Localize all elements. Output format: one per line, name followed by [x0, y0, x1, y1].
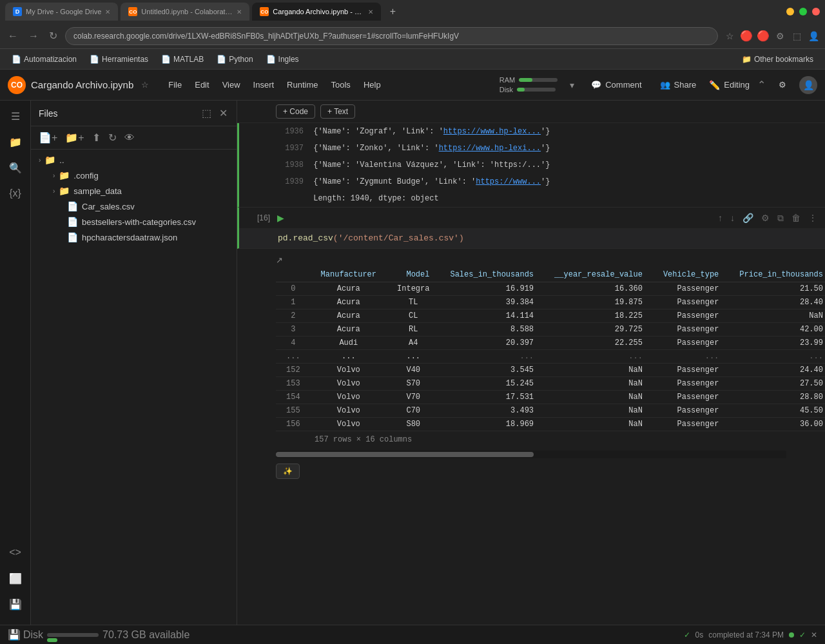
tab-cargando-close[interactable]: ✕	[368, 8, 373, 15]
new-tab-button[interactable]: +	[383, 3, 402, 21]
delete-cell-icon[interactable]: 🗑	[789, 211, 803, 225]
colab-menu: File Edit View Insert Runtime Tools Help	[162, 77, 387, 92]
horizontal-scrollbar[interactable]	[276, 451, 786, 458]
move-up-icon[interactable]: ↑	[715, 211, 725, 225]
settings-cell-icon[interactable]: ⚙	[759, 211, 772, 225]
bookmark-ingles[interactable]: 📄 Ingles	[261, 54, 304, 65]
notebook-area[interactable]: + Code + Text 1936 {'Name': 'Zograf', 'L…	[237, 101, 825, 625]
share-button[interactable]: 👥 Share	[655, 77, 702, 92]
bookmark-matlab[interactable]: 📄 MATLAB	[156, 54, 209, 65]
file-item-sample[interactable]: › 📁 sample_data	[31, 183, 237, 199]
check-icon: ✓	[684, 630, 690, 639]
data-table: Manufacturer Model Sales_in_thousands __…	[276, 268, 825, 431]
forward-button[interactable]: →	[26, 28, 41, 44]
run-cell-button[interactable]: ▶	[273, 210, 288, 226]
cell-output-table: ↗ Manufacturer Model Sales_in_thousands …	[237, 249, 825, 448]
menu-file[interactable]: File	[162, 77, 188, 92]
copy-cell-icon[interactable]: ⧉	[775, 211, 786, 225]
tab-untitled[interactable]: CO Untitled0.ipynb - Colaboratory ✕	[121, 3, 249, 21]
minimize-button[interactable]	[786, 8, 794, 15]
files-icon[interactable]: 📁	[5, 132, 26, 152]
link-zograf[interactable]: https://www.hp-lex...	[443, 127, 541, 136]
status-bar: 💾 Disk 70.73 GB available ✓ 0s completed…	[0, 625, 825, 644]
menu-insert[interactable]: Insert	[247, 77, 281, 92]
tab-drive-close[interactable]: ✕	[105, 8, 110, 15]
new-folder-icon[interactable]: 📁+	[63, 129, 86, 146]
refresh-icon[interactable]: ↻	[106, 129, 119, 146]
menu-tools[interactable]: Tools	[325, 77, 357, 92]
ai-tool-button[interactable]: ✨	[276, 463, 300, 479]
notebook-title[interactable]: Cargando Archivo.ipynb	[31, 79, 133, 90]
tab-cargando[interactable]: CO Cargando Archivo.ipynb - Colab... ✕	[252, 3, 381, 21]
settings-button[interactable]: ⚙	[773, 77, 791, 92]
tab-drive[interactable]: D My Drive - Google Drive ✕	[5, 3, 118, 21]
bookmarks-bar: 📄 Automatizacion 📄 Herramientas 📄 MATLAB…	[0, 49, 825, 70]
bookmark-python[interactable]: 📄 Python	[211, 54, 258, 65]
share-icon: 👥	[660, 80, 670, 90]
expand-icon[interactable]: ⌃	[757, 79, 766, 91]
table-toolbar: ↗	[276, 254, 825, 268]
status-close-button[interactable]: ✕	[811, 630, 817, 639]
link-zonko[interactable]: https://www.hp-lexi...	[439, 144, 541, 153]
table-scroll-container[interactable]: Manufacturer Model Sales_in_thousands __…	[276, 268, 825, 431]
url-input[interactable]	[65, 27, 718, 45]
browser-toolbar: ☆ 🔴 🔴 ⚙ ⬚ 👤	[723, 30, 820, 43]
terminal-icon[interactable]: ⬜	[5, 568, 26, 589]
extension-icon-1[interactable]: 🔴	[740, 30, 753, 43]
user-avatar[interactable]: 👤	[799, 76, 817, 94]
col-sales: Sales_in_thousands	[440, 268, 544, 282]
expand-left-icon[interactable]: <>	[5, 542, 26, 563]
bookmark-automatizacion[interactable]: 📄 Automatizacion	[6, 54, 82, 65]
menu-edit[interactable]: Edit	[188, 77, 215, 92]
bookmark-herramientas[interactable]: 📄 Herramientas	[84, 54, 153, 65]
comment-button[interactable]: 💬 Comment	[586, 77, 646, 92]
menu-view[interactable]: View	[216, 77, 247, 92]
profile-icon[interactable]: 👤	[807, 30, 820, 43]
sidebar-close-icon[interactable]: ✕	[218, 106, 229, 121]
editing-pencil-icon: ✏️	[709, 80, 720, 90]
star-icon[interactable]: ☆	[141, 80, 149, 90]
link-cell-icon[interactable]: 🔗	[740, 211, 756, 225]
close-window-button[interactable]	[812, 8, 820, 15]
file-item-bestsellers[interactable]: 📄 bestsellers-with-categories.csv	[31, 214, 237, 229]
folder-icon: 📁	[59, 186, 70, 196]
upload-icon[interactable]: ⬆	[90, 129, 103, 146]
add-text-button[interactable]: + Text	[320, 104, 355, 119]
table-header-row: Manufacturer Model Sales_in_thousands __…	[276, 268, 825, 282]
cell-code[interactable]: pd.read_csv('/content/Car_sales.csv')	[239, 228, 825, 248]
tab-untitled-close[interactable]: ✕	[237, 8, 242, 15]
menu-runtime[interactable]: Runtime	[280, 77, 324, 92]
new-file-icon[interactable]: 📄+	[36, 129, 60, 146]
disk-row: Disk	[500, 86, 558, 93]
file-icon: 📄	[67, 201, 78, 211]
variables-icon[interactable]: {x}	[5, 183, 26, 204]
file-item-config[interactable]: › 📁 .config	[31, 168, 237, 183]
file-item-json[interactable]: 📄 hpcharactersdaatraw.json	[31, 229, 237, 245]
search-icon[interactable]: 🔍	[5, 157, 26, 178]
file-item-carsales[interactable]: 📄 Car_sales.csv	[31, 199, 237, 214]
extension-icon-2[interactable]: 🔴	[757, 30, 770, 43]
add-code-button[interactable]: + Code	[276, 104, 315, 119]
reload-button[interactable]: ↻	[46, 27, 60, 44]
disk-bottom-icon[interactable]: 💾	[5, 594, 26, 614]
settings-icon: ⚙	[779, 80, 786, 90]
scrollbar-thumb[interactable]	[276, 452, 534, 457]
bookmark-other[interactable]: 📁 Other bookmarks	[737, 54, 819, 65]
preview-icon[interactable]: 👁	[122, 130, 137, 146]
extension-icon-3[interactable]: ⚙	[773, 30, 786, 43]
resource-expand-icon[interactable]: ▾	[565, 79, 578, 92]
sidebar-layout-icon[interactable]: ⬚	[200, 106, 213, 121]
more-cell-icon[interactable]: ⋮	[806, 211, 820, 225]
bookmark-star-icon[interactable]: ☆	[723, 30, 736, 43]
file-item-parent[interactable]: › 📁 ..	[31, 152, 237, 168]
link-zygmunt[interactable]: https://www...	[476, 177, 541, 186]
menu-help[interactable]: Help	[357, 77, 387, 92]
menu-toggle-icon[interactable]: ☰	[5, 106, 26, 126]
expand-output-icon[interactable]: ↗	[276, 255, 283, 265]
address-bar: ← → ↻ ☆ 🔴 🔴 ⚙ ⬚ 👤	[0, 23, 825, 49]
status-checkmark: ✓	[799, 630, 806, 639]
extension-icon-4[interactable]: ⬚	[790, 30, 803, 43]
maximize-button[interactable]	[799, 8, 807, 15]
move-down-icon[interactable]: ↓	[728, 211, 737, 225]
back-button[interactable]: ←	[5, 28, 21, 44]
